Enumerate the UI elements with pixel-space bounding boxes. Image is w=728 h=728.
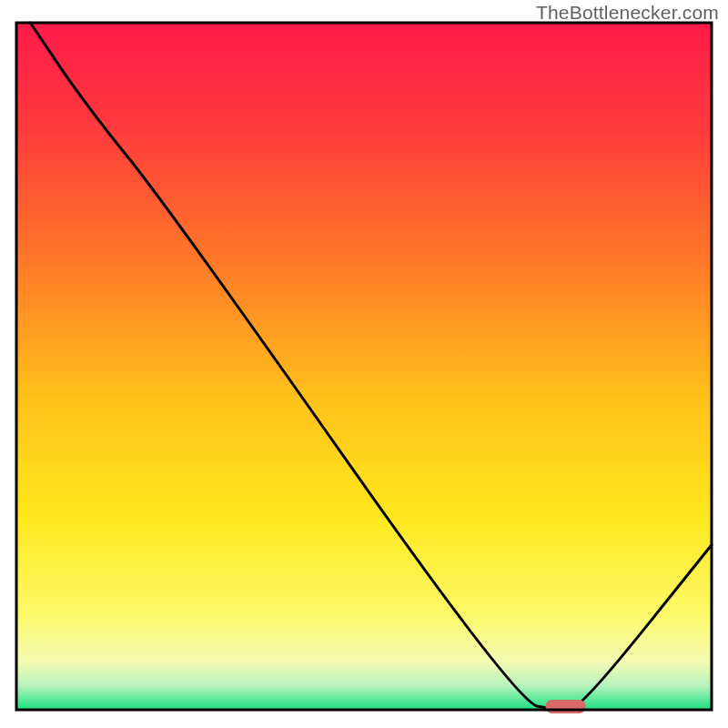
gradient-background: [16, 23, 712, 710]
plot-area: [16, 23, 712, 713]
chart-svg: [0, 0, 728, 728]
watermark-label: TheBottlenecker.com: [536, 2, 719, 24]
optimal-marker: [546, 700, 586, 713]
bottleneck-chart: TheBottlenecker.com: [0, 0, 728, 728]
